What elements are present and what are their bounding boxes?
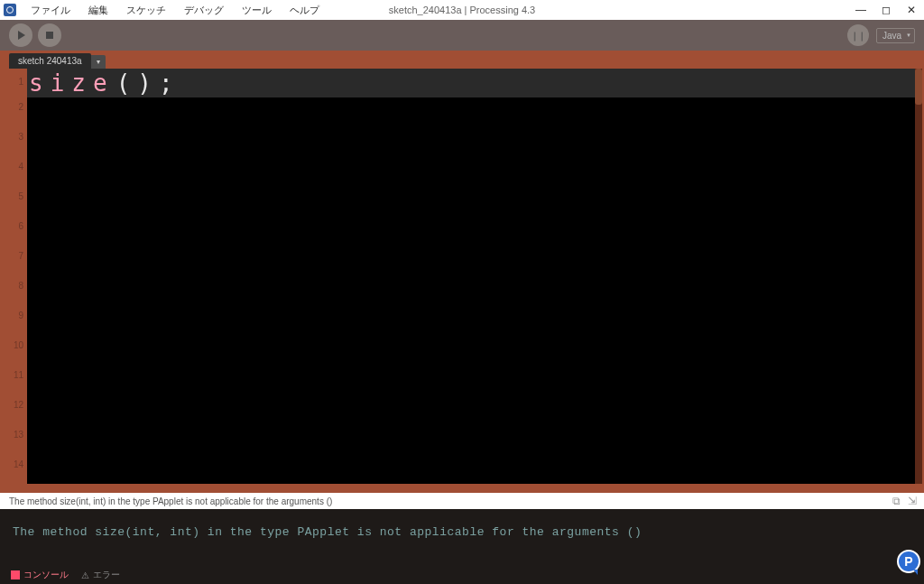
help-bubble-button[interactable]: P (897, 550, 920, 573)
minimize-button[interactable]: — (848, 0, 873, 20)
toolbar: ❘❘ Java (0, 20, 924, 51)
line-number: 12 (9, 390, 27, 420)
errors-tab[interactable]: ⚠ エラー (81, 569, 120, 581)
line-number: 14 (9, 450, 27, 479)
console-tab-icon (11, 570, 20, 579)
code-line-1: size(); (27, 69, 915, 97)
mode-selector[interactable]: Java (876, 28, 915, 43)
run-button[interactable] (9, 23, 32, 47)
title-bar: ファイル 編集 スケッチ デバッグ ツール ヘルプ sketch_240413a… (0, 0, 924, 20)
menu-bar: ファイル 編集 スケッチ デバッグ ツール ヘルプ (22, 0, 328, 20)
menu-tools[interactable]: ツール (233, 0, 281, 20)
app-icon (4, 4, 16, 16)
error-status-bar: The method size(int, int) in the type PA… (0, 493, 924, 509)
expand-icon[interactable]: ⇲ (908, 495, 917, 507)
line-number: 9 (9, 301, 27, 330)
errors-tab-label: エラー (93, 569, 120, 581)
editor-area: 1 2 3 4 5 6 7 8 9 10 11 12 13 14 size(); (0, 69, 924, 493)
line-number: 4 (9, 152, 27, 181)
scrollbar-thumb[interactable] (915, 69, 922, 105)
menu-edit[interactable]: 編集 (79, 0, 117, 20)
menu-file[interactable]: ファイル (22, 0, 79, 20)
sketch-tab[interactable]: sketch 240413a (9, 53, 91, 69)
menu-help[interactable]: ヘルプ (281, 0, 328, 20)
console-tab-label: コンソール (23, 569, 69, 581)
stop-button[interactable] (38, 23, 61, 47)
console-tab[interactable]: コンソール (11, 569, 69, 581)
line-number: 5 (9, 181, 27, 211)
warning-icon: ⚠ (81, 570, 89, 580)
debug-toggle-button[interactable]: ❘❘ (847, 24, 869, 46)
line-number: 13 (9, 420, 27, 450)
line-number: 10 (9, 330, 27, 360)
line-number: 3 (9, 122, 27, 152)
error-bar-actions: ⧉ ⇲ (892, 495, 917, 507)
maximize-button[interactable]: ◻ (873, 0, 899, 20)
code-editor[interactable]: size(); (27, 69, 915, 484)
line-number: 2 (9, 92, 27, 122)
close-button[interactable]: ✕ (899, 0, 924, 20)
line-number-gutter: 1 2 3 4 5 6 7 8 9 10 11 12 13 14 (9, 69, 27, 484)
window-title: sketch_240413a | Processing 4.3 (389, 5, 535, 15)
line-number: 11 (9, 360, 27, 390)
tab-bar: sketch 240413a ▾ (0, 51, 924, 69)
error-message-text: The method size(int, int) in the type PA… (9, 496, 332, 506)
token-function: size (27, 70, 115, 97)
menu-debug[interactable]: デバッグ (175, 0, 233, 20)
line-number: 8 (9, 271, 27, 301)
token-punctuation: (); (115, 70, 180, 97)
copy-icon[interactable]: ⧉ (892, 495, 901, 507)
tab-dropdown-button[interactable]: ▾ (91, 55, 106, 69)
console-panel: The method size(int, int) in the type PA… (0, 509, 924, 566)
vertical-scrollbar[interactable] (915, 69, 922, 484)
bottom-tab-bar: コンソール ⚠ エラー (0, 566, 924, 584)
window-controls: — ◻ ✕ (848, 0, 924, 20)
menu-sketch[interactable]: スケッチ (117, 0, 175, 20)
toolbar-right: ❘❘ Java (847, 24, 915, 46)
line-number: 6 (9, 211, 27, 241)
console-output: The method size(int, int) in the type PA… (13, 525, 911, 539)
line-number: 7 (9, 241, 27, 271)
line-number: 1 (9, 72, 27, 92)
